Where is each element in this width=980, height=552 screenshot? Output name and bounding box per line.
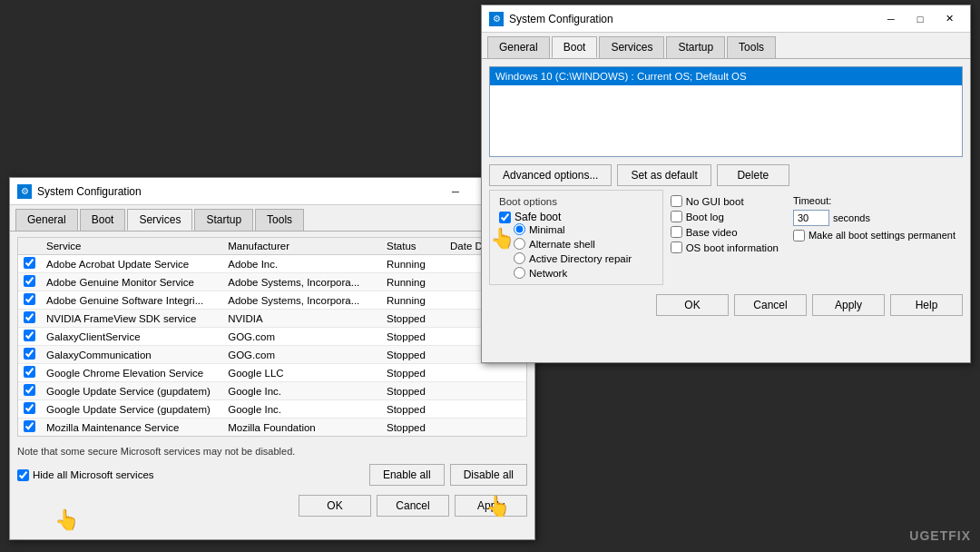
service-checkbox-cell[interactable] (18, 255, 41, 273)
service-date (445, 419, 526, 437)
tab-services[interactable]: Services (127, 209, 192, 231)
service-status: Stopped (381, 310, 445, 328)
service-checkbox-cell[interactable] (18, 382, 41, 400)
footer-note: Note that some secure Microsoft services… (10, 442, 534, 460)
service-checkbox-cell[interactable] (18, 310, 41, 328)
table-row: Mozilla Maintenance Service Mozilla Foun… (18, 419, 526, 437)
service-manufacturer: Adobe Systems, Incorpora... (222, 291, 381, 310)
service-checkbox[interactable] (24, 275, 35, 287)
service-checkbox[interactable] (24, 366, 35, 378)
service-manufacturer: NVIDIA (222, 310, 381, 328)
safe-boot-checkbox[interactable] (499, 212, 511, 223)
enable-all-button[interactable]: Enable all (369, 464, 445, 486)
make-permanent-option[interactable]: Make all boot settings permanent (793, 230, 956, 242)
service-name: Adobe Genuine Software Integri... (41, 291, 222, 310)
boot-close-button[interactable]: ✕ (936, 10, 963, 28)
base-video-option[interactable]: Base video (671, 226, 779, 238)
boot-entry[interactable]: Windows 10 (C:\WINDOWS) : Current OS; De… (490, 67, 962, 85)
delete-button[interactable]: Delete (717, 164, 789, 186)
timeout-input[interactable] (793, 210, 829, 226)
advanced-options-button[interactable]: Advanced options... (489, 164, 612, 186)
service-checkbox[interactable] (24, 384, 35, 396)
boot-tabs: General Boot Services Startup Tools (482, 33, 970, 59)
boot-right-options: No GUI boot Boot log Base video OS boot … (671, 190, 779, 259)
set-default-button[interactable]: Set as default (617, 164, 710, 186)
seconds-label: seconds (833, 212, 870, 223)
service-name: Adobe Genuine Monitor Service (41, 273, 222, 291)
tab-startup[interactable]: Startup (194, 209, 253, 231)
boot-tab-tools[interactable]: Tools (727, 36, 776, 58)
service-checkbox-cell[interactable] (18, 400, 41, 419)
disable-all-button[interactable]: Disable all (450, 464, 527, 486)
boot-ok-button[interactable]: OK (656, 294, 729, 316)
table-row: NVIDIA FrameView SDK service NVIDIA Stop… (18, 310, 526, 328)
safe-boot-label: Safe boot (514, 211, 561, 223)
service-status: Stopped (381, 364, 445, 382)
service-checkbox[interactable] (24, 402, 35, 414)
col-header-check (18, 238, 41, 255)
service-checkbox-cell[interactable] (18, 419, 41, 437)
boot-maximize-button[interactable]: □ (906, 10, 934, 28)
services-ok-button[interactable]: OK (299, 495, 371, 517)
service-status: Running (381, 437, 445, 438)
service-checkbox-cell[interactable] (18, 328, 41, 346)
services-content: Service Manufacturer Status Date Disable… (10, 237, 534, 524)
boot-tab-boot[interactable]: Boot (552, 36, 598, 58)
boot-window: ⚙ System Configuration ─ □ ✕ General Boo… (481, 5, 971, 363)
services-minimize-button[interactable]: ─ (442, 182, 469, 201)
boot-log-option[interactable]: Boot log (671, 211, 779, 222)
service-checkbox[interactable] (24, 293, 35, 305)
no-gui-option[interactable]: No GUI boot (671, 195, 779, 207)
tab-general[interactable]: General (15, 209, 78, 231)
service-status: Running (381, 273, 445, 291)
boot-options-panel: Boot options Safe boot Minimal Alternate… (489, 190, 663, 285)
service-checkbox-cell[interactable] (18, 273, 41, 291)
service-checkbox[interactable] (24, 330, 35, 341)
network-option[interactable]: Network (514, 267, 653, 279)
service-name: Google Chrome Elevation Service (41, 364, 222, 382)
alternate-shell-option[interactable]: Alternate shell (514, 238, 653, 250)
boot-titlebar: ⚙ System Configuration ─ □ ✕ (482, 5, 970, 33)
service-manufacturer: Adobe Inc. (222, 255, 381, 273)
boot-tab-general[interactable]: General (487, 36, 550, 58)
os-boot-info-option[interactable]: OS boot information (671, 242, 779, 253)
service-manufacturer: Adobe Systems, Incorpora... (222, 273, 381, 291)
service-checkbox[interactable] (24, 257, 35, 269)
service-checkbox[interactable] (24, 420, 35, 432)
service-manufacturer: Google Inc. (222, 382, 381, 400)
boot-tab-startup[interactable]: Startup (666, 36, 725, 58)
service-name: NVIDIA LocalSystem Container (41, 437, 222, 438)
table-row: Adobe Genuine Software Integri... Adobe … (18, 291, 526, 310)
tab-tools[interactable]: Tools (255, 209, 304, 231)
boot-tab-services[interactable]: Services (599, 36, 664, 58)
service-status: Stopped (381, 419, 445, 437)
service-checkbox-cell[interactable] (18, 346, 41, 364)
service-checkbox[interactable] (24, 348, 35, 360)
service-checkbox[interactable] (24, 311, 35, 323)
col-header-manufacturer: Manufacturer (222, 238, 381, 255)
service-date (445, 364, 526, 382)
service-checkbox-cell[interactable] (18, 437, 41, 438)
services-apply-button[interactable]: Apply (455, 495, 527, 517)
boot-minimize-button[interactable]: ─ (877, 10, 905, 28)
hide-ms-label[interactable]: Hide all Microsoft services (17, 469, 154, 481)
services-table-container[interactable]: Service Manufacturer Status Date Disable… (17, 237, 527, 437)
boot-cancel-button[interactable]: Cancel (734, 294, 807, 316)
service-status: Running (381, 291, 445, 310)
boot-footer-buttons: OK Cancel Apply Help (482, 289, 970, 323)
service-status: Stopped (381, 346, 445, 364)
boot-apply-button[interactable]: Apply (812, 294, 885, 316)
active-directory-option[interactable]: Active Directory repair (514, 252, 653, 264)
service-status: Stopped (381, 382, 445, 400)
boot-help-button[interactable]: Help (890, 294, 963, 316)
services-cancel-button[interactable]: Cancel (377, 495, 449, 517)
hide-ms-checkbox[interactable] (17, 469, 29, 481)
service-checkbox-cell[interactable] (18, 291, 41, 310)
service-checkbox-cell[interactable] (18, 364, 41, 382)
services-titlebar: ⚙ System Configuration ─ □ ✕ (10, 178, 534, 205)
table-row: NVIDIA LocalSystem Container NVIDIA Corp… (18, 437, 526, 438)
minimal-option[interactable]: Minimal (514, 223, 653, 235)
tab-boot[interactable]: Boot (80, 209, 126, 231)
boot-window-controls: ─ □ ✕ (877, 10, 963, 28)
boot-list[interactable]: Windows 10 (C:\WINDOWS) : Current OS; De… (489, 66, 963, 157)
